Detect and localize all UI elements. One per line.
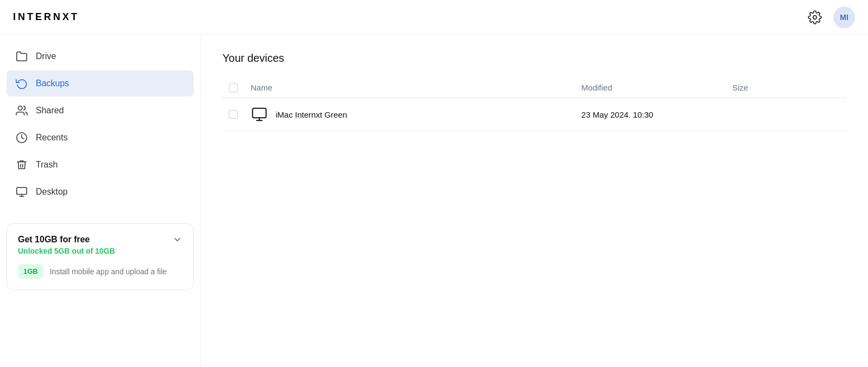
promo-progress-row: 1GB Install mobile app and upload a file [18, 264, 182, 279]
sidebar-item-trash-label: Trash [36, 160, 58, 170]
page-title: Your devices [222, 52, 846, 65]
content-area: Your devices Name Modified Size [201, 35, 868, 367]
main-layout: Drive Backups Shared [0, 35, 868, 367]
sidebar-item-drive-label: Drive [36, 51, 56, 61]
sidebar-item-backups[interactable]: Backups [7, 70, 194, 96]
desktop-icon [15, 185, 28, 198]
promo-card: Get 10GB for free Unlocked 5GB out of 10… [7, 223, 194, 290]
sidebar-item-backups-label: Backups [36, 79, 69, 88]
svg-rect-6 [253, 108, 266, 118]
promo-title: Get 10GB for free [18, 235, 182, 244]
avatar[interactable]: MI [833, 7, 855, 28]
recents-icon [15, 131, 28, 144]
row-name-cell: iMac Internxt Green [244, 98, 575, 131]
table-header-name: Name [244, 78, 575, 98]
sidebar-item-recents-label: Recents [36, 133, 68, 143]
row-modified-cell: 23 May 2024. 10:30 [575, 98, 726, 131]
file-table: Name Modified Size [222, 78, 846, 131]
row-checkbox-cell[interactable] [222, 98, 244, 131]
header-right: MI [805, 7, 855, 28]
trash-icon [15, 158, 28, 171]
sidebar-item-shared-label: Shared [36, 106, 64, 115]
header: INTERNXT MI [0, 0, 868, 35]
backups-icon [15, 77, 28, 90]
sidebar-item-desktop-label: Desktop [36, 187, 68, 197]
row-file-name: iMac Internxt Green [276, 110, 347, 119]
promo-badge: 1GB [18, 264, 43, 279]
sidebar: Drive Backups Shared [0, 35, 201, 367]
svg-point-0 [813, 15, 817, 19]
file-type-icon [251, 106, 268, 123]
table-row[interactable]: iMac Internxt Green 23 May 2024. 10:30 [222, 98, 846, 131]
logo: INTERNXT [13, 11, 79, 23]
select-all-checkbox[interactable] [229, 83, 238, 92]
svg-point-1 [18, 106, 22, 110]
sidebar-item-shared[interactable]: Shared [7, 98, 194, 124]
table-header-row: Name Modified Size [222, 78, 846, 98]
sidebar-item-trash[interactable]: Trash [7, 152, 194, 178]
settings-icon[interactable] [805, 8, 825, 27]
row-size-cell [726, 98, 846, 131]
promo-description: Install mobile app and upload a file [50, 267, 167, 276]
table-header-modified: Modified [575, 78, 726, 98]
svg-rect-3 [17, 188, 27, 195]
table-header-size: Size [726, 78, 846, 98]
table-header-checkbox[interactable] [222, 78, 244, 98]
sidebar-item-drive[interactable]: Drive [7, 43, 194, 69]
row-checkbox[interactable] [229, 110, 238, 119]
sidebar-item-desktop[interactable]: Desktop [7, 179, 194, 205]
promo-chevron-icon[interactable] [173, 235, 182, 247]
drive-icon [15, 50, 28, 63]
promo-subtitle: Unlocked 5GB out of 10GB [18, 247, 182, 255]
shared-icon [15, 104, 28, 117]
file-row-name: iMac Internxt Green [251, 106, 569, 123]
sidebar-item-recents[interactable]: Recents [7, 125, 194, 151]
